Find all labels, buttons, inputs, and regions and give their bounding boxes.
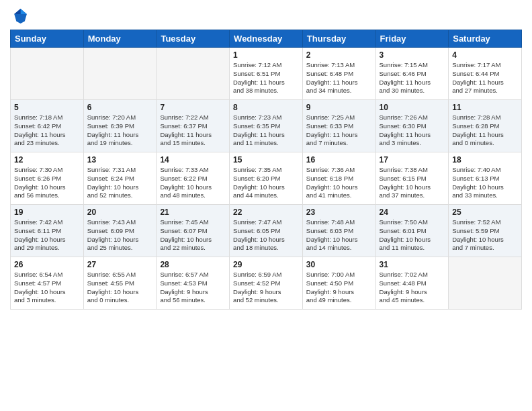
calendar-empty bbox=[157, 48, 230, 100]
calendar-day: 6Sunrise: 7:20 AM Sunset: 6:39 PM Daylig… bbox=[83, 100, 157, 152]
day-number: 24 bbox=[380, 208, 445, 217]
day-info: Sunrise: 7:17 AM Sunset: 6:44 PM Dayligh… bbox=[452, 61, 518, 95]
day-number: 26 bbox=[14, 260, 80, 269]
day-number: 23 bbox=[306, 208, 372, 217]
day-info: Sunrise: 7:15 AM Sunset: 6:46 PM Dayligh… bbox=[380, 61, 445, 95]
calendar-day: 1Sunrise: 7:12 AM Sunset: 6:51 PM Daylig… bbox=[230, 48, 303, 100]
calendar-week-row: 19Sunrise: 7:42 AM Sunset: 6:11 PM Dayli… bbox=[11, 205, 522, 257]
day-number: 15 bbox=[233, 155, 299, 165]
day-info: Sunrise: 7:35 AM Sunset: 6:20 PM Dayligh… bbox=[233, 166, 299, 200]
day-info: Sunrise: 6:57 AM Sunset: 4:53 PM Dayligh… bbox=[160, 271, 226, 305]
weekday-header: Wednesday bbox=[230, 30, 303, 48]
calendar-day: 22Sunrise: 7:47 AM Sunset: 6:05 PM Dayli… bbox=[230, 205, 303, 257]
calendar-week-row: 26Sunrise: 6:54 AM Sunset: 4:57 PM Dayli… bbox=[11, 257, 522, 310]
weekday-header: Monday bbox=[83, 30, 157, 48]
day-info: Sunrise: 7:25 AM Sunset: 6:33 PM Dayligh… bbox=[306, 113, 372, 148]
day-info: Sunrise: 6:54 AM Sunset: 4:57 PM Dayligh… bbox=[14, 271, 80, 305]
calendar-day: 30Sunrise: 7:00 AM Sunset: 4:50 PM Dayli… bbox=[302, 257, 375, 310]
day-info: Sunrise: 7:28 AM Sunset: 6:28 PM Dayligh… bbox=[452, 113, 518, 148]
day-number: 17 bbox=[380, 155, 445, 165]
day-info: Sunrise: 7:38 AM Sunset: 6:15 PM Dayligh… bbox=[380, 166, 445, 200]
day-number: 12 bbox=[14, 155, 80, 165]
calendar-day: 8Sunrise: 7:23 AM Sunset: 6:35 PM Daylig… bbox=[230, 100, 303, 152]
day-info: Sunrise: 7:20 AM Sunset: 6:39 PM Dayligh… bbox=[87, 113, 153, 148]
day-info: Sunrise: 7:12 AM Sunset: 6:51 PM Dayligh… bbox=[233, 61, 299, 95]
day-number: 3 bbox=[380, 50, 445, 60]
day-info: Sunrise: 7:30 AM Sunset: 6:26 PM Dayligh… bbox=[14, 166, 80, 200]
calendar-day: 9Sunrise: 7:25 AM Sunset: 6:33 PM Daylig… bbox=[302, 100, 375, 152]
calendar-week-row: 12Sunrise: 7:30 AM Sunset: 6:26 PM Dayli… bbox=[11, 152, 522, 205]
calendar-day: 5Sunrise: 7:18 AM Sunset: 6:42 PM Daylig… bbox=[11, 100, 84, 152]
day-info: Sunrise: 7:36 AM Sunset: 6:18 PM Dayligh… bbox=[306, 166, 372, 200]
calendar-day: 17Sunrise: 7:38 AM Sunset: 6:15 PM Dayli… bbox=[375, 152, 449, 205]
day-info: Sunrise: 6:55 AM Sunset: 4:55 PM Dayligh… bbox=[87, 271, 153, 305]
day-number: 9 bbox=[306, 103, 372, 112]
day-number: 10 bbox=[380, 103, 445, 112]
calendar-day: 2Sunrise: 7:13 AM Sunset: 6:48 PM Daylig… bbox=[302, 48, 375, 100]
day-number: 25 bbox=[452, 208, 518, 217]
calendar-empty bbox=[11, 48, 84, 100]
calendar-day: 23Sunrise: 7:48 AM Sunset: 6:03 PM Dayli… bbox=[302, 205, 375, 257]
day-info: Sunrise: 7:26 AM Sunset: 6:30 PM Dayligh… bbox=[380, 113, 445, 148]
day-number: 1 bbox=[233, 50, 299, 60]
calendar-day: 13Sunrise: 7:31 AM Sunset: 6:24 PM Dayli… bbox=[83, 152, 157, 205]
day-number: 11 bbox=[452, 103, 518, 112]
calendar-day: 12Sunrise: 7:30 AM Sunset: 6:26 PM Dayli… bbox=[11, 152, 84, 205]
weekday-header: Friday bbox=[375, 30, 449, 48]
calendar-day: 3Sunrise: 7:15 AM Sunset: 6:46 PM Daylig… bbox=[375, 48, 449, 100]
calendar-day: 25Sunrise: 7:52 AM Sunset: 5:59 PM Dayli… bbox=[449, 205, 522, 257]
day-number: 16 bbox=[306, 155, 372, 165]
weekday-header: Thursday bbox=[302, 30, 375, 48]
calendar-header-row: SundayMondayTuesdayWednesdayThursdayFrid… bbox=[11, 30, 522, 48]
day-info: Sunrise: 7:45 AM Sunset: 6:07 PM Dayligh… bbox=[160, 218, 226, 253]
calendar-day: 16Sunrise: 7:36 AM Sunset: 6:18 PM Dayli… bbox=[302, 152, 375, 205]
day-number: 19 bbox=[14, 208, 80, 217]
logo bbox=[10, 7, 30, 26]
day-number: 6 bbox=[87, 103, 153, 112]
day-number: 18 bbox=[452, 155, 518, 165]
day-info: Sunrise: 6:59 AM Sunset: 4:52 PM Dayligh… bbox=[233, 271, 299, 305]
calendar-day: 28Sunrise: 6:57 AM Sunset: 4:53 PM Dayli… bbox=[157, 257, 230, 310]
calendar-day: 7Sunrise: 7:22 AM Sunset: 6:37 PM Daylig… bbox=[157, 100, 230, 152]
calendar-day: 20Sunrise: 7:43 AM Sunset: 6:09 PM Dayli… bbox=[83, 205, 157, 257]
day-number: 13 bbox=[87, 155, 153, 165]
calendar: SundayMondayTuesdayWednesdayThursdayFrid… bbox=[10, 30, 522, 310]
calendar-day: 24Sunrise: 7:50 AM Sunset: 6:01 PM Dayli… bbox=[375, 205, 449, 257]
calendar-day: 19Sunrise: 7:42 AM Sunset: 6:11 PM Dayli… bbox=[11, 205, 84, 257]
calendar-day: 14Sunrise: 7:33 AM Sunset: 6:22 PM Dayli… bbox=[157, 152, 230, 205]
day-number: 2 bbox=[306, 50, 372, 60]
day-number: 22 bbox=[233, 208, 299, 217]
svg-marker-2 bbox=[14, 9, 20, 14]
calendar-day: 15Sunrise: 7:35 AM Sunset: 6:20 PM Dayli… bbox=[230, 152, 303, 205]
calendar-week-row: 5Sunrise: 7:18 AM Sunset: 6:42 PM Daylig… bbox=[11, 100, 522, 152]
day-number: 21 bbox=[160, 208, 226, 217]
weekday-header: Tuesday bbox=[157, 30, 230, 48]
calendar-empty bbox=[449, 257, 522, 310]
day-info: Sunrise: 7:40 AM Sunset: 6:13 PM Dayligh… bbox=[452, 166, 518, 200]
day-number: 30 bbox=[306, 260, 372, 269]
day-info: Sunrise: 7:52 AM Sunset: 5:59 PM Dayligh… bbox=[452, 218, 518, 253]
day-info: Sunrise: 7:33 AM Sunset: 6:22 PM Dayligh… bbox=[160, 166, 226, 200]
day-number: 20 bbox=[87, 208, 153, 217]
day-info: Sunrise: 7:48 AM Sunset: 6:03 PM Dayligh… bbox=[306, 218, 372, 253]
day-number: 27 bbox=[87, 260, 153, 269]
day-info: Sunrise: 7:50 AM Sunset: 6:01 PM Dayligh… bbox=[380, 218, 445, 253]
day-info: Sunrise: 7:00 AM Sunset: 4:50 PM Dayligh… bbox=[306, 271, 372, 305]
day-number: 29 bbox=[233, 260, 299, 269]
day-info: Sunrise: 7:23 AM Sunset: 6:35 PM Dayligh… bbox=[233, 113, 299, 148]
calendar-day: 18Sunrise: 7:40 AM Sunset: 6:13 PM Dayli… bbox=[449, 152, 522, 205]
day-info: Sunrise: 7:42 AM Sunset: 6:11 PM Dayligh… bbox=[14, 218, 80, 253]
calendar-day: 26Sunrise: 6:54 AM Sunset: 4:57 PM Dayli… bbox=[11, 257, 84, 310]
day-info: Sunrise: 7:47 AM Sunset: 6:05 PM Dayligh… bbox=[233, 218, 299, 253]
day-number: 4 bbox=[452, 50, 518, 60]
calendar-empty bbox=[83, 48, 157, 100]
weekday-header: Sunday bbox=[11, 30, 84, 48]
page: SundayMondayTuesdayWednesdayThursdayFrid… bbox=[0, 0, 532, 411]
day-info: Sunrise: 7:13 AM Sunset: 6:48 PM Dayligh… bbox=[306, 61, 372, 95]
day-info: Sunrise: 7:31 AM Sunset: 6:24 PM Dayligh… bbox=[87, 166, 153, 200]
day-number: 8 bbox=[233, 103, 299, 112]
calendar-day: 10Sunrise: 7:26 AM Sunset: 6:30 PM Dayli… bbox=[375, 100, 449, 152]
day-info: Sunrise: 7:18 AM Sunset: 6:42 PM Dayligh… bbox=[14, 113, 80, 148]
calendar-day: 27Sunrise: 6:55 AM Sunset: 4:55 PM Dayli… bbox=[83, 257, 157, 310]
calendar-day: 4Sunrise: 7:17 AM Sunset: 6:44 PM Daylig… bbox=[449, 48, 522, 100]
